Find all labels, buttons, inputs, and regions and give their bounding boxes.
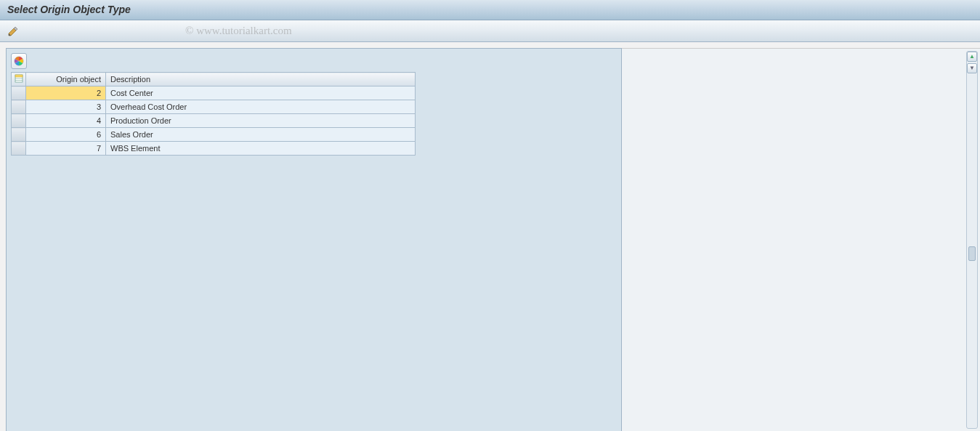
cell-description[interactable]: Production Order [106,114,416,128]
row-selector[interactable] [12,142,26,156]
select-all-button[interactable] [12,73,26,86]
row-selector[interactable] [12,128,26,142]
watermark-text: © www.tutorialkart.com [185,25,292,37]
row-selector[interactable] [12,86,26,100]
scroll-up-button[interactable]: ▲ [967,52,977,62]
row-selector[interactable] [12,100,26,114]
table-row[interactable]: 2Cost Center [12,86,416,100]
chevron-down-icon: ▼ [969,65,975,71]
table-row[interactable]: 6Sales Order [12,128,416,142]
table-row[interactable]: 7WBS Element [12,142,416,156]
app-toolbar: © www.tutorialkart.com [0,20,980,42]
table-header-row: Origin object Description [12,73,416,86]
cell-origin-object[interactable]: 4 [26,114,106,128]
scroll-grip[interactable] [968,246,976,261]
cell-description[interactable]: Cost Center [106,86,416,100]
cell-description[interactable]: Overhead Cost Order [106,100,416,114]
content-wrapper: Origin object Description 2Cost Center3O… [0,42,980,431]
cell-description[interactable]: Sales Order [106,128,416,142]
table-row[interactable]: 4Production Order [12,114,416,128]
main-panel: Origin object Description 2Cost Center3O… [6,48,622,431]
table-row[interactable]: 3Overhead Cost Order [12,100,416,114]
cell-origin-object[interactable]: 7 [26,142,106,156]
origin-object-table: Origin object Description 2Cost Center3O… [11,72,416,156]
column-header-description[interactable]: Description [106,73,416,86]
row-selector[interactable] [12,114,26,128]
cell-description[interactable]: WBS Element [106,142,416,156]
color-legend-button[interactable] [11,53,27,69]
scroll-down-button[interactable]: ▼ [967,63,977,73]
window-title-bar: Select Origin Object Type [0,0,980,20]
pencil-icon [7,25,19,37]
color-wheel-icon [14,56,24,66]
svg-rect-2 [15,75,23,77]
edit-button[interactable] [4,23,22,39]
cell-origin-object[interactable]: 3 [26,100,106,114]
side-blank-panel: ▲ ▼ [622,48,980,431]
page-title: Select Origin Object Type [7,4,131,15]
table-select-icon [15,74,23,83]
chevron-up-icon: ▲ [969,54,975,60]
table-toolbar [11,53,617,69]
cell-origin-object[interactable]: 2 [26,86,106,100]
column-header-origin[interactable]: Origin object [26,73,106,86]
vertical-scrollbar[interactable]: ▲ ▼ [966,51,978,429]
cell-origin-object[interactable]: 6 [26,128,106,142]
